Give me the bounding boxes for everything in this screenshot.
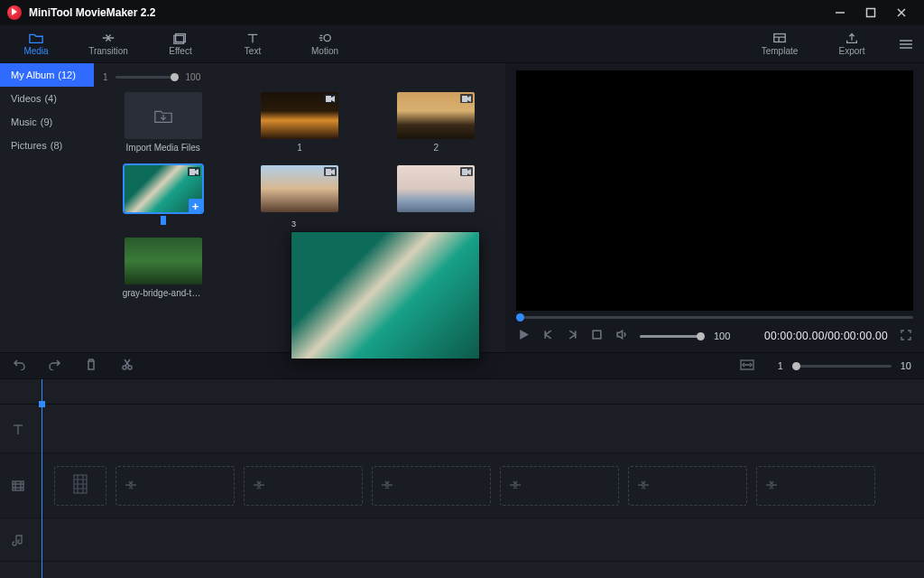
volume-value: 100	[714, 331, 730, 341]
video-track[interactable]	[0, 453, 924, 518]
media-item[interactable]	[376, 165, 496, 225]
preview-panel: 100 00:00:00.00/00:00:00.00	[505, 63, 924, 352]
audio-track-icon	[11, 533, 25, 547]
volume-button[interactable]	[615, 328, 627, 344]
title-bar: MiniTool MovieMaker 2.2	[0, 0, 924, 25]
tab-effect[interactable]: Effect	[144, 25, 217, 63]
tab-media-label: Media	[23, 46, 48, 56]
timeline-zoom-slider[interactable]	[792, 365, 892, 368]
timeline-slot[interactable]	[372, 466, 491, 506]
category-label: Music	[11, 117, 37, 127]
tab-text[interactable]: Text	[217, 25, 289, 63]
hamburger-icon	[899, 39, 913, 50]
video-track-icon	[11, 479, 25, 493]
timeline-zoom-max: 10	[901, 360, 911, 371]
export-button[interactable]: Export	[816, 25, 888, 63]
app-title: MiniTool MovieMaker 2.2	[29, 6, 155, 19]
timeline-slot[interactable]	[116, 466, 235, 506]
library-categories: My Album (12) Videos (4) Music (9) Pictu…	[0, 63, 94, 352]
folder-icon	[29, 32, 43, 44]
svg-rect-4	[774, 34, 785, 42]
category-music[interactable]: Music (9)	[0, 110, 94, 134]
import-folder-icon	[153, 107, 173, 125]
tab-motion[interactable]: Motion	[289, 25, 361, 63]
timeline-ruler[interactable]	[0, 379, 924, 405]
export-label: Export	[839, 46, 865, 56]
volume-slider[interactable]	[640, 335, 701, 338]
frame-back-button[interactable]	[542, 328, 554, 344]
close-button[interactable]	[886, 0, 917, 25]
tab-text-label: Text	[245, 46, 261, 56]
delete-button[interactable]	[85, 358, 97, 374]
media-item-label: 2	[434, 143, 439, 153]
category-label: Pictures	[11, 140, 47, 151]
fit-timeline-button[interactable]	[740, 358, 754, 374]
stop-button[interactable]	[591, 328, 603, 344]
hamburger-menu-button[interactable]	[888, 25, 924, 63]
svg-point-7	[128, 366, 132, 369]
category-videos[interactable]: Videos (4)	[0, 87, 94, 110]
timeline-zoom-min: 1	[778, 360, 783, 371]
maximize-button[interactable]	[855, 0, 886, 25]
play-button[interactable]	[518, 328, 530, 344]
timeline-slot[interactable]	[628, 466, 747, 506]
text-track[interactable]	[0, 405, 924, 453]
tab-transition-label: Transition	[88, 46, 128, 56]
frame-forward-button[interactable]	[567, 328, 578, 344]
category-pictures[interactable]: Pictures (8)	[0, 134, 94, 157]
timeline-slot[interactable]	[244, 466, 363, 506]
redo-button[interactable]	[49, 358, 61, 374]
timeline[interactable]	[0, 379, 924, 578]
media-item[interactable]: 1	[239, 92, 359, 153]
tab-media[interactable]: Media	[0, 25, 72, 63]
svg-point-6	[123, 366, 126, 369]
timeline-playhead[interactable]	[42, 379, 42, 578]
preview-viewport[interactable]	[516, 70, 913, 311]
category-label: Videos	[11, 93, 41, 104]
category-count: (4)	[44, 93, 56, 104]
media-item[interactable]: gray-bridge-and-trees...	[103, 238, 223, 298]
svg-rect-5	[593, 331, 601, 339]
effect-icon	[173, 32, 188, 44]
media-item-label: gray-bridge-and-trees...	[123, 288, 204, 298]
library-zoom-row: 1 100	[103, 67, 496, 87]
import-media-tile[interactable]: Import Media Files	[103, 92, 223, 153]
svg-rect-0	[867, 9, 875, 17]
tab-motion-label: Motion	[311, 46, 338, 56]
drag-preview-label: 3	[291, 219, 296, 228]
preview-controls: 100 00:00:00.00/00:00:00.00	[516, 323, 913, 349]
export-icon	[845, 32, 859, 44]
category-my-album[interactable]: My Album (12)	[0, 63, 94, 87]
main-toolbar: Media Transition Effect Text Motion Temp…	[0, 25, 924, 63]
category-count: (8)	[51, 140, 62, 151]
audio-track[interactable]	[0, 518, 924, 562]
category-count: (12)	[58, 70, 76, 80]
timeline-slot[interactable]	[756, 466, 875, 506]
media-item[interactable]: 2	[376, 92, 496, 153]
media-item-label: 1	[297, 143, 302, 153]
template-button[interactable]: Template	[744, 25, 816, 63]
video-badge-icon	[460, 167, 473, 176]
fullscreen-button[interactable]	[901, 328, 911, 344]
preview-scrubber[interactable]	[516, 316, 913, 319]
video-badge-icon	[324, 94, 337, 103]
add-to-timeline-button[interactable]: +	[189, 199, 202, 212]
library-zoom-slider[interactable]	[116, 76, 179, 79]
media-item-selected[interactable]: +	[103, 165, 223, 225]
undo-button[interactable]	[13, 358, 25, 374]
text-track-icon	[11, 422, 25, 436]
template-label: Template	[762, 46, 799, 56]
category-label: My Album	[11, 70, 54, 80]
timeline-slot[interactable]	[54, 466, 106, 506]
svg-point-3	[324, 34, 330, 41]
media-item[interactable]	[239, 165, 359, 225]
minimize-button[interactable]	[825, 0, 855, 25]
zoom-min-label: 1	[103, 72, 108, 82]
timecode-display: 00:00:00.00/00:00:00.00	[764, 330, 888, 342]
video-badge-icon	[460, 94, 473, 103]
timeline-slot[interactable]	[500, 466, 619, 506]
tab-transition[interactable]: Transition	[72, 25, 144, 63]
split-button[interactable]	[121, 358, 134, 374]
category-count: (9)	[41, 117, 52, 127]
timecode-total: 00:00:00.00	[827, 330, 888, 342]
